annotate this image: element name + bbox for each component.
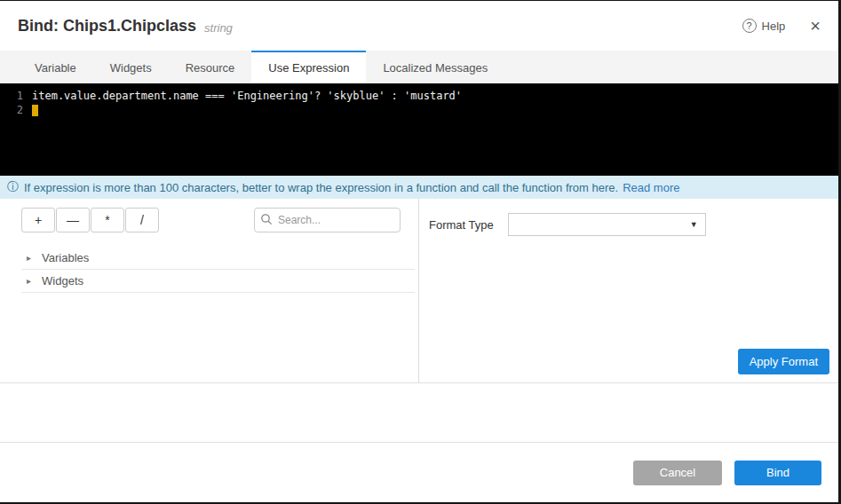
minus-operator-button[interactable]: —	[56, 208, 90, 232]
editor-line: 1 item.value.department.name === 'Engine…	[0, 89, 838, 103]
bind-source-tree: ▸ Variables ▸ Widgets	[0, 247, 418, 293]
dialog-header: Bind: Chips1.Chipclass string ? Help ×	[0, 1, 838, 51]
close-icon[interactable]: ×	[810, 17, 821, 35]
cancel-button[interactable]: Cancel	[633, 461, 722, 485]
preview-section	[0, 383, 838, 443]
search-icon	[260, 213, 273, 225]
format-panel: Format Type ▼ Apply Format	[419, 199, 838, 382]
editor-line: 2	[0, 103, 838, 117]
tree-item-widgets[interactable]: ▸ Widgets	[21, 270, 415, 293]
tab-widgets[interactable]: Widgets	[93, 51, 169, 83]
editor-code: item.value.department.name === 'Engineer…	[32, 89, 462, 103]
help-label: Help	[762, 20, 786, 33]
dialog-footer: Cancel Bind	[0, 443, 838, 502]
bind-button[interactable]: Bind	[734, 461, 821, 485]
chevron-down-icon: ▼	[690, 220, 698, 229]
help-button[interactable]: ? Help	[742, 19, 786, 33]
tab-use-expression[interactable]: Use Expression	[251, 51, 366, 83]
line-number: 1	[0, 89, 32, 103]
read-more-link[interactable]: Read more	[623, 181, 679, 194]
expression-builder-panel: + — * / ▸ Variables	[0, 199, 419, 382]
tree-item-variables[interactable]: ▸ Variables	[21, 247, 415, 270]
search-input[interactable]	[254, 208, 401, 232]
multiply-operator-button[interactable]: *	[91, 208, 124, 232]
line-number: 2	[0, 103, 32, 117]
format-type-label: Format Type	[429, 218, 494, 232]
tree-item-label: Variables	[42, 251, 89, 264]
format-type-select[interactable]: ▼	[508, 213, 706, 236]
search-box	[254, 208, 401, 232]
apply-format-button[interactable]: Apply Format	[738, 349, 829, 374]
editor-code	[32, 103, 38, 117]
tab-localized-messages[interactable]: Localized Messages	[366, 51, 504, 83]
tree-item-label: Widgets	[42, 274, 83, 287]
help-icon: ?	[742, 19, 757, 33]
info-text: If expression is more than 100 character…	[24, 181, 618, 194]
tab-variable[interactable]: Variable	[18, 51, 93, 83]
info-icon: ⓘ	[7, 179, 19, 195]
editor-cursor	[32, 105, 38, 116]
tab-resource[interactable]: Resource	[169, 51, 252, 83]
dialog-title: Bind: Chips1.Chipclass	[18, 17, 196, 35]
expand-arrow-icon[interactable]: ▸	[27, 276, 31, 286]
operator-toolbar: + — * /	[0, 199, 418, 241]
tab-bar: Variable Widgets Resource Use Expression…	[0, 51, 838, 83]
main-area: + — * / ▸ Variables	[0, 199, 838, 383]
expand-arrow-icon[interactable]: ▸	[27, 253, 31, 263]
screen-background: Bind: Chips1.Chipclass string ? Help × V…	[0, 0, 841, 504]
plus-operator-button[interactable]: +	[21, 208, 55, 232]
expression-editor[interactable]: 1 item.value.department.name === 'Engine…	[0, 83, 838, 176]
divide-operator-button[interactable]: /	[125, 208, 159, 232]
property-type-label: string	[204, 18, 233, 35]
bind-dialog: Bind: Chips1.Chipclass string ? Help × V…	[0, 1, 838, 502]
info-bar: ⓘ If expression is more than 100 charact…	[0, 176, 838, 199]
